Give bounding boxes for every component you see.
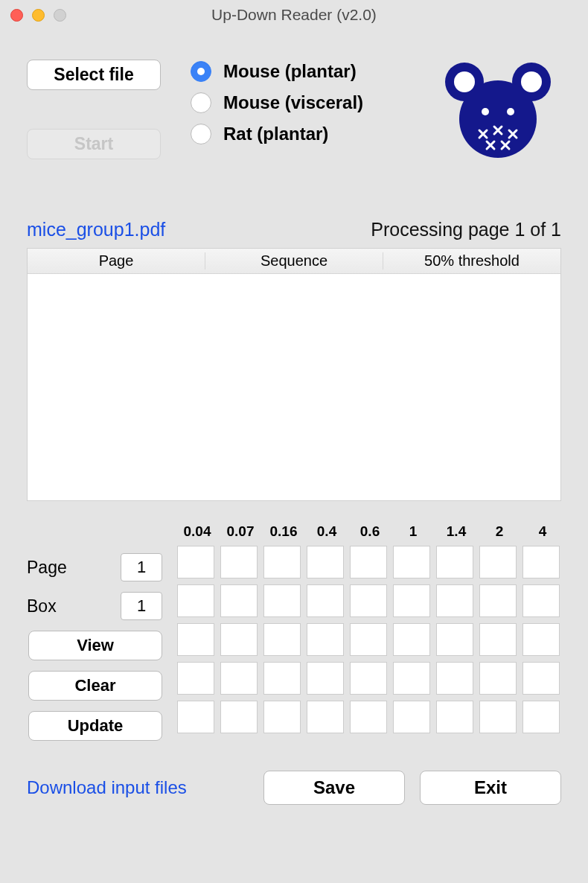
grid-cell[interactable]: [479, 623, 517, 656]
grid-cell[interactable]: [263, 662, 301, 695]
grid-cell[interactable]: [350, 662, 387, 695]
select-file-button[interactable]: Select file: [27, 60, 161, 90]
filament-header: 0.6: [351, 523, 389, 540]
window-controls: [10, 9, 66, 22]
svg-point-5: [482, 108, 489, 115]
page-label: Page: [27, 558, 67, 578]
column-header-page[interactable]: Page: [28, 252, 205, 270]
grid-cell[interactable]: [177, 701, 214, 733]
radio-label: Rat (plantar): [223, 124, 328, 144]
grid-cell[interactable]: [479, 662, 517, 695]
update-button[interactable]: Update: [28, 711, 162, 741]
grid-cell[interactable]: [220, 701, 258, 733]
filament-header: 1.4: [438, 523, 475, 540]
maximize-icon: [54, 9, 66, 22]
minimize-icon[interactable]: [32, 9, 45, 22]
radio-mouse-plantar[interactable]: Mouse (plantar): [191, 61, 363, 82]
titlebar: Up-Down Reader (v2.0): [0, 0, 588, 30]
svg-point-3: [521, 71, 542, 92]
grid-cell[interactable]: [393, 623, 430, 656]
grid-cell[interactable]: [436, 546, 473, 578]
radio-mouse-visceral[interactable]: Mouse (visceral): [191, 92, 363, 113]
grid-cell[interactable]: [350, 546, 387, 578]
grid-cell[interactable]: [263, 546, 301, 578]
save-button[interactable]: Save: [263, 771, 405, 805]
grid-cell[interactable]: [263, 701, 301, 733]
grid-cell[interactable]: [220, 546, 258, 578]
grid-cell[interactable]: [393, 662, 430, 695]
grid-cell[interactable]: [220, 662, 258, 695]
filament-header: 0.04: [179, 523, 216, 540]
processing-status: Processing page 1 of 1: [371, 219, 561, 240]
radio-icon: [191, 92, 211, 113]
download-link[interactable]: Download input files: [27, 777, 187, 798]
window-title: Up-Down Reader (v2.0): [0, 6, 588, 24]
results-table: Page Sequence 50% threshold: [27, 248, 561, 501]
grid-cell[interactable]: [350, 623, 387, 656]
radio-rat-plantar[interactable]: Rat (plantar): [191, 124, 363, 144]
grid-cell[interactable]: [523, 662, 560, 695]
svg-point-6: [507, 108, 514, 115]
grid-cell[interactable]: [307, 623, 344, 656]
grid-cell[interactable]: [307, 546, 344, 578]
species-radio-group: Mouse (plantar) Mouse (visceral) Rat (pl…: [191, 60, 363, 144]
grid-cell[interactable]: [436, 584, 473, 617]
grid-cell[interactable]: [307, 662, 344, 695]
grid-cell[interactable]: [436, 701, 473, 733]
grid-cell[interactable]: [393, 701, 430, 733]
grid-cell[interactable]: [393, 584, 430, 617]
grid-row: [177, 623, 561, 656]
grid-cell[interactable]: [263, 623, 301, 656]
radio-label: Mouse (visceral): [223, 92, 363, 113]
grid-cell[interactable]: [523, 701, 560, 733]
grid-row: [177, 662, 561, 695]
grid-cell[interactable]: [479, 701, 517, 733]
start-button: Start: [27, 129, 161, 159]
grid-cell[interactable]: [220, 623, 258, 656]
filament-header: 4: [524, 523, 561, 540]
filament-headers: 0.040.070.160.40.611.424: [177, 523, 561, 540]
grid-cell[interactable]: [479, 584, 517, 617]
grid-cell[interactable]: [393, 546, 430, 578]
grid-row: [177, 546, 561, 578]
close-icon[interactable]: [10, 9, 23, 22]
radio-icon: [191, 124, 211, 144]
grid-cell[interactable]: [350, 701, 387, 733]
grid-cell[interactable]: [177, 623, 214, 656]
column-header-threshold[interactable]: 50% threshold: [383, 252, 560, 270]
grid-cell[interactable]: [350, 584, 387, 617]
grid-cell[interactable]: [263, 584, 301, 617]
exit-button[interactable]: Exit: [420, 771, 561, 805]
view-button[interactable]: View: [28, 631, 162, 660]
clear-button[interactable]: Clear: [28, 671, 162, 701]
grid-cell[interactable]: [523, 584, 560, 617]
filament-header: 2: [481, 523, 518, 540]
filament-header: 0.4: [308, 523, 345, 540]
radio-label: Mouse (plantar): [223, 61, 357, 82]
grid-cell[interactable]: [479, 546, 517, 578]
grid-cell[interactable]: [436, 623, 473, 656]
file-name-link[interactable]: mice_group1.pdf: [27, 219, 165, 240]
grid-row: [177, 701, 561, 733]
mouse-logo-icon: [442, 60, 554, 167]
grid-cell[interactable]: [177, 546, 214, 578]
grid-cell[interactable]: [220, 584, 258, 617]
grid-cell[interactable]: [307, 701, 344, 733]
filament-header: 0.16: [265, 523, 302, 540]
grid-cell[interactable]: [436, 662, 473, 695]
box-label: Box: [27, 596, 57, 616]
grid-cell[interactable]: [523, 546, 560, 578]
response-grid: [177, 546, 561, 733]
radio-icon: [191, 61, 211, 82]
page-input[interactable]: 1: [121, 553, 162, 581]
grid-cell[interactable]: [177, 662, 214, 695]
box-input[interactable]: 1: [121, 592, 162, 620]
svg-point-4: [459, 80, 537, 158]
svg-point-1: [454, 71, 475, 92]
grid-cell[interactable]: [177, 584, 214, 617]
filament-header: 0.07: [222, 523, 259, 540]
grid-cell[interactable]: [307, 584, 344, 617]
filament-header: 1: [394, 523, 432, 540]
column-header-sequence[interactable]: Sequence: [205, 252, 383, 270]
grid-cell[interactable]: [523, 623, 560, 656]
